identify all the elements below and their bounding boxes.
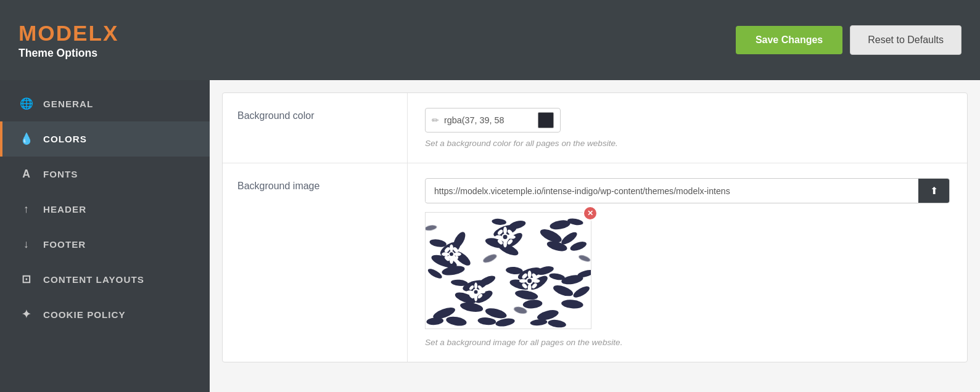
body-area: 🌐 GENERAL 💧 COLORS A FONTS ↑ HEADER ↓ FO…	[0, 80, 980, 392]
svg-point-64	[527, 279, 532, 283]
svg-point-29	[508, 235, 516, 239]
font-icon: A	[20, 168, 33, 181]
sidebar-label-content-layouts: CONTENT LAYOUTS	[43, 274, 144, 285]
sidebar-label-cookie-policy: COOKIE POLICY	[43, 309, 126, 320]
logo: MODELX	[19, 21, 736, 46]
image-url-input[interactable]	[426, 180, 918, 202]
logo-area: MODELX Theme Options	[19, 21, 736, 60]
svg-point-10	[450, 244, 453, 251]
svg-point-26	[503, 227, 507, 234]
image-upload-button[interactable]: ⬆	[918, 179, 949, 203]
background-image-hint: Set a background image for all pages on …	[425, 338, 950, 347]
background-color-row: Background color ✏ rgba(37, 39, 58 Set a…	[223, 93, 967, 163]
sidebar-label-footer: FOOTER	[43, 239, 86, 250]
svg-point-28	[495, 235, 502, 239]
svg-point-50	[466, 290, 473, 293]
svg-point-66	[528, 284, 532, 292]
svg-point-25	[503, 235, 508, 239]
sidebar-item-fonts[interactable]: A FONTS	[0, 157, 210, 192]
svg-point-48	[474, 282, 477, 289]
sidebar-item-content-layouts[interactable]: ⊡ CONTENT LAYOUTS	[0, 262, 210, 297]
image-preview	[425, 212, 591, 329]
sidebar-label-fonts: FONTS	[43, 169, 78, 179]
sidebar-label-general: GENERAL	[43, 99, 93, 109]
sidebar-item-general[interactable]: 🌐 GENERAL	[0, 86, 210, 121]
sidebar: 🌐 GENERAL 💧 COLORS A FONTS ↑ HEADER ↓ FO…	[0, 80, 210, 392]
color-swatch[interactable]	[538, 112, 554, 128]
floral-pattern-svg	[426, 213, 591, 329]
save-button[interactable]: Save Changes	[736, 26, 842, 54]
svg-point-13	[454, 252, 461, 256]
sidebar-item-colors[interactable]: 💧 COLORS	[0, 121, 210, 157]
arrow-down-icon: ↓	[20, 238, 33, 251]
main-content: Background color ✏ rgba(37, 39, 58 Set a…	[210, 80, 980, 392]
image-remove-button[interactable]: ✕	[583, 206, 598, 221]
svg-point-49	[474, 295, 477, 301]
background-image-label-text: Background image	[237, 181, 319, 192]
image-preview-wrapper: ✕	[425, 212, 591, 329]
color-picker[interactable]: ✏ rgba(37, 39, 58	[425, 108, 561, 133]
settings-panel: Background color ✏ rgba(37, 39, 58 Set a…	[222, 92, 968, 362]
arrow-up-icon: ↑	[20, 203, 33, 216]
svg-point-51	[479, 290, 485, 293]
sidebar-label-colors: COLORS	[43, 134, 87, 144]
header: MODELX Theme Options Save Changes Reset …	[0, 0, 980, 80]
remove-icon: ✕	[587, 209, 593, 218]
svg-point-67	[519, 279, 527, 283]
drop-icon: 💧	[20, 133, 33, 145]
layout-icon: ⊡	[20, 273, 33, 286]
paintbrush-icon: ✏	[432, 115, 439, 125]
svg-point-12	[442, 252, 449, 256]
sidebar-item-footer[interactable]: ↓ FOOTER	[0, 227, 210, 262]
header-buttons: Save Changes Reset to Defaults	[736, 25, 961, 55]
globe-icon: 🌐	[20, 97, 33, 110]
background-image-label: Background image	[223, 163, 408, 362]
background-color-hint: Set a background color for all pages on …	[425, 139, 950, 148]
upload-icon: ⬆	[930, 185, 938, 197]
image-url-row: ⬆	[425, 178, 950, 203]
reset-button[interactable]: Reset to Defaults	[850, 25, 961, 55]
page-title: Theme Options	[19, 47, 736, 60]
background-color-label-text: Background color	[237, 110, 315, 121]
svg-point-47	[474, 290, 478, 294]
svg-point-9	[450, 252, 453, 256]
background-image-control: ⬆	[408, 163, 967, 362]
background-image-row: Background image ⬆	[223, 163, 967, 362]
logo-base: MODEL	[19, 21, 103, 45]
background-color-control: ✏ rgba(37, 39, 58 Set a background color…	[408, 93, 967, 163]
color-value: rgba(37, 39, 58	[444, 115, 533, 125]
sidebar-label-header: HEADER	[43, 204, 86, 214]
svg-point-68	[533, 279, 540, 283]
svg-point-65	[528, 271, 532, 278]
svg-point-11	[450, 256, 453, 264]
sidebar-item-cookie-policy[interactable]: ✦ COOKIE POLICY	[0, 297, 210, 332]
sidebar-item-header[interactable]: ↑ HEADER	[0, 192, 210, 227]
cookie-icon: ✦	[20, 308, 33, 321]
background-color-label: Background color	[223, 93, 408, 163]
svg-point-27	[503, 240, 507, 248]
logo-accent: X	[103, 21, 118, 45]
